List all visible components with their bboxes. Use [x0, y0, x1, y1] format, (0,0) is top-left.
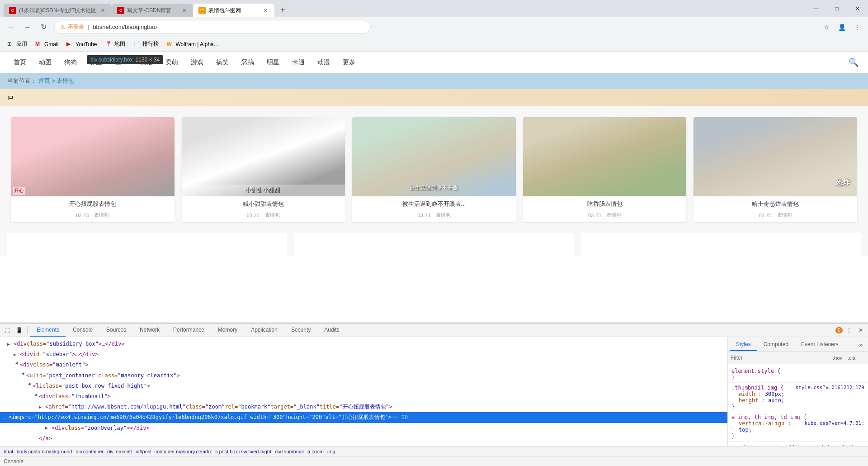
devtools-close-button[interactable]: ✕: [855, 325, 866, 336]
tab-emoji[interactable]: 😊 表情包斗图网 ✕: [193, 4, 274, 17]
dom-line-3[interactable]: ▼ <div class="mainleft">: [0, 360, 727, 370]
card-img-label-5: 怂炸: [835, 178, 850, 187]
tab-elements[interactable]: Elements: [30, 324, 66, 337]
tab-close-1[interactable]: ✕: [99, 7, 106, 14]
bc-azoom[interactable]: a.zoom: [307, 449, 324, 454]
nav-gif[interactable]: 动图: [33, 52, 58, 73]
nav-more[interactable]: 更多: [336, 52, 362, 73]
tab-styles[interactable]: Styles: [730, 338, 757, 351]
tag-3: <div: [20, 361, 33, 369]
image-card-1[interactable]: 开心 开心扭屁股表情包 03-23 表情包: [11, 117, 175, 222]
triangle-5[interactable]: ▼: [26, 383, 33, 389]
minimize-button[interactable]: —: [806, 0, 826, 17]
tab-memory[interactable]: Memory: [212, 324, 244, 337]
nav-game[interactable]: 游戏: [184, 52, 210, 73]
nav-home[interactable]: 首页: [7, 52, 33, 73]
menu-button[interactable]: ⋮: [850, 20, 864, 34]
triangle-6[interactable]: ▼: [32, 394, 39, 400]
site-search-button[interactable]: 🔍: [846, 55, 861, 70]
card-cat-3: 表情包: [436, 212, 451, 219]
dom-line-7[interactable]: ▶ <a href="http://www.bbsnet.com/nlupigu…: [0, 402, 727, 412]
tab-performance[interactable]: Performance: [167, 324, 211, 337]
triangle-3[interactable]: ▼: [13, 362, 20, 368]
filter-cls[interactable]: .cls: [846, 354, 857, 361]
nav-anime[interactable]: 动漫: [311, 52, 336, 73]
bc-li[interactable]: li.post.box.row.fixed-hight: [215, 449, 271, 454]
bc-html[interactable]: html: [4, 449, 13, 454]
devtools-device-button[interactable]: 📱: [14, 325, 24, 336]
bc-img[interactable]: img: [327, 449, 335, 454]
dom-line-6[interactable]: ▼ <div class="thumbnail">: [0, 391, 727, 402]
image-card-4[interactable]: 吃香肠表情包 03-23 表情包: [523, 117, 687, 222]
forward-button[interactable]: →: [20, 20, 34, 34]
dom-line-1[interactable]: ▶ <div class="subsidiary box">…</div>: [0, 339, 727, 349]
bc-mainleft[interactable]: div.mainleft: [107, 449, 132, 454]
nav-cartoon[interactable]: 卡通: [286, 52, 311, 73]
dom-line-4[interactable]: ▼ <ul id="post_container" class="masonry…: [0, 371, 727, 381]
tab-network[interactable]: Network: [133, 324, 166, 337]
reload-button[interactable]: ↻: [36, 20, 51, 34]
dom-line-5[interactable]: ▼ <li class="post box row fixed-hight">: [0, 381, 727, 391]
dom-line-2[interactable]: ▶ <div id="sidebar">…</div>: [0, 349, 727, 360]
dom-line-9[interactable]: ▶ <div class="zoomOverlay"></div>: [0, 423, 727, 433]
triangle-7[interactable]: ▶: [39, 404, 45, 411]
tab-application[interactable]: Application: [245, 324, 284, 337]
devtools-inspect-button[interactable]: ⬚: [2, 325, 13, 336]
partial-card-3: [581, 233, 861, 256]
filter-add[interactable]: +: [859, 354, 865, 361]
bc-thumbnail[interactable]: div.thumbnail: [275, 449, 304, 454]
card-image-3: 被生活逼到睁不开眼: [352, 117, 516, 196]
new-tab-button[interactable]: +: [276, 4, 289, 16]
bc-container[interactable]: div.container: [75, 449, 104, 454]
star-button[interactable]: ☆: [819, 20, 834, 34]
back-button[interactable]: ←: [4, 20, 18, 34]
tab-event-listeners[interactable]: Event Listeners: [795, 338, 845, 351]
bc-body[interactable]: body.custom-background: [17, 449, 72, 454]
nav-funny[interactable]: 搞笑: [210, 52, 235, 73]
dom-line-10[interactable]: </a>: [0, 433, 727, 444]
bc-post-container[interactable]: ul#post_container.masonry.clearfix: [136, 449, 212, 454]
address-input[interactable]: ⚠ 不安全 | bbsnet.com/biaoqingbao: [54, 21, 371, 33]
attr-alt-val: "开心扭屁股表情包": [338, 413, 388, 422]
bookmark-maps[interactable]: 📍 地图: [102, 39, 129, 49]
bookmark-wolfram[interactable]: W Wolfram | Alpha...: [163, 39, 222, 49]
bookmark-apps[interactable]: ⊞ 应用: [4, 39, 31, 49]
tab-close-3[interactable]: ✕: [262, 7, 269, 14]
triangle-2[interactable]: ▶: [14, 351, 20, 358]
right-panel-more[interactable]: »: [855, 338, 866, 351]
close-button[interactable]: ✕: [847, 0, 868, 17]
breadcrumb-current[interactable]: 表情包: [57, 77, 74, 84]
triangle-4[interactable]: ▼: [19, 372, 27, 379]
selected-indicator: …: [4, 414, 7, 422]
nav-spoof[interactable]: 恶搞: [235, 52, 260, 73]
image-card-3[interactable]: 被生活逼到睁不开眼 被生活逼到睁不开眼表... 03-23 表情包: [352, 117, 516, 222]
triangle-1[interactable]: ▶: [7, 341, 14, 348]
tab-close-2[interactable]: ✕: [180, 7, 188, 14]
image-card-5[interactable]: 怂炸 哈士奇怂炸表情包 03-23 表情包: [693, 117, 857, 222]
bookmark-youtube[interactable]: ▶ YouTube: [63, 39, 100, 49]
tab-computed[interactable]: Computed: [757, 338, 795, 351]
breadcrumb-home[interactable]: 首页: [38, 77, 50, 84]
filter-input[interactable]: [731, 353, 829, 362]
tab-audits[interactable]: Audits: [318, 324, 345, 337]
nav-dog[interactable]: 狗狗: [58, 52, 83, 73]
nav-star[interactable]: 明星: [260, 52, 286, 73]
devtools-more-button[interactable]: ⋮: [844, 325, 854, 336]
tab-csdn1[interactable]: C (1条消息)CSDN-专业IT技术社区 ✕: [4, 4, 112, 17]
bookmark-ranking[interactable]: 📄 排行榜: [130, 39, 162, 49]
style-prop-height: height: [739, 397, 758, 404]
tab-sources[interactable]: Sources: [100, 324, 132, 337]
account-button[interactable]: 👤: [835, 20, 849, 34]
style-rule-aimg: a img, th img, td img { kube.css?ver=4.7…: [728, 412, 868, 442]
maximize-button[interactable]: □: [826, 0, 847, 17]
dom-line-8[interactable]: … <img src="http://wx4.sinaimg.cn/mw690/…: [0, 412, 727, 423]
tab-csdn2[interactable]: C 写文章-CSDN博客 ✕: [112, 4, 193, 17]
tab-console[interactable]: Console: [66, 324, 99, 337]
card-date-5: 03-23: [759, 213, 772, 218]
triangle-9[interactable]: ▶: [45, 424, 52, 432]
image-card-2[interactable]: 小甜甜小甜甜 喊小甜甜表情包 03-23 表情包: [182, 117, 345, 222]
attr-src-val: "http://wx4.sinaimg.cn/mw690/6a04b428gy1…: [34, 413, 250, 422]
filter-hov[interactable]: :hov: [831, 354, 844, 361]
bookmark-gmail[interactable]: M Gmail: [32, 39, 62, 49]
tab-security[interactable]: Security: [285, 324, 317, 337]
